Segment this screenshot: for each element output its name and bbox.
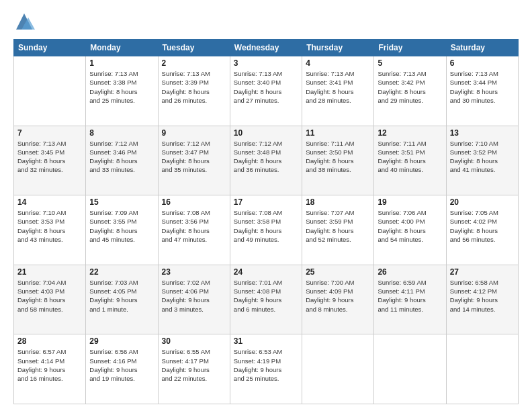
calendar-day-cell: 23Sunrise: 7:02 AMSunset: 4:06 PMDayligh… — [158, 265, 230, 334]
day-info: Sunrise: 7:10 AMSunset: 3:53 PMDaylight:… — [17, 208, 82, 244]
weekday-header-cell: Monday — [86, 40, 158, 56]
day-info: Sunrise: 7:05 AMSunset: 4:02 PMDaylight:… — [450, 208, 515, 244]
day-info: Sunrise: 7:01 AMSunset: 4:08 PMDaylight:… — [234, 278, 298, 314]
day-number: 12 — [378, 128, 442, 138]
day-info: Sunrise: 7:03 AMSunset: 4:05 PMDaylight:… — [89, 278, 154, 314]
calendar-day-cell: 22Sunrise: 7:03 AMSunset: 4:05 PMDayligh… — [86, 265, 158, 334]
calendar-day-cell: 13Sunrise: 7:10 AMSunset: 3:52 PMDayligh… — [446, 126, 518, 195]
day-number: 17 — [234, 197, 298, 207]
calendar-day-cell: 10Sunrise: 7:12 AMSunset: 3:48 PMDayligh… — [230, 126, 302, 195]
calendar-day-cell: 8Sunrise: 7:12 AMSunset: 3:46 PMDaylight… — [86, 126, 158, 195]
day-number: 2 — [162, 58, 226, 68]
day-info: Sunrise: 6:53 AMSunset: 4:19 PMDaylight:… — [234, 347, 298, 383]
calendar-day-cell: 19Sunrise: 7:06 AMSunset: 4:00 PMDayligh… — [374, 195, 446, 265]
calendar-day-cell — [14, 56, 86, 126]
calendar-day-cell: 21Sunrise: 7:04 AMSunset: 4:03 PMDayligh… — [14, 265, 86, 334]
day-number: 10 — [234, 128, 298, 138]
day-info: Sunrise: 7:13 AMSunset: 3:39 PMDaylight:… — [162, 69, 226, 105]
calendar-day-cell: 9Sunrise: 7:12 AMSunset: 3:47 PMDaylight… — [158, 126, 230, 195]
day-info: Sunrise: 7:08 AMSunset: 3:56 PMDaylight:… — [162, 208, 226, 244]
day-number: 31 — [234, 336, 298, 346]
calendar-day-cell: 7Sunrise: 7:13 AMSunset: 3:45 PMDaylight… — [14, 126, 86, 195]
day-number: 29 — [89, 336, 154, 346]
calendar-day-cell: 16Sunrise: 7:08 AMSunset: 3:56 PMDayligh… — [158, 195, 230, 265]
day-number: 23 — [162, 267, 226, 277]
day-info: Sunrise: 7:12 AMSunset: 3:47 PMDaylight:… — [162, 139, 226, 175]
weekday-header-row: SundayMondayTuesdayWednesdayThursdayFrid… — [14, 40, 519, 56]
day-info: Sunrise: 7:13 AMSunset: 3:41 PMDaylight:… — [306, 69, 370, 105]
day-info: Sunrise: 7:12 AMSunset: 3:48 PMDaylight:… — [234, 139, 298, 175]
calendar-day-cell: 1Sunrise: 7:13 AMSunset: 3:38 PMDaylight… — [86, 56, 158, 126]
calendar-week-row: 1Sunrise: 7:13 AMSunset: 3:38 PMDaylight… — [14, 56, 519, 126]
day-number: 24 — [234, 267, 298, 277]
calendar-day-cell: 2Sunrise: 7:13 AMSunset: 3:39 PMDaylight… — [158, 56, 230, 126]
day-info: Sunrise: 6:57 AMSunset: 4:14 PMDaylight:… — [17, 347, 82, 383]
day-number: 18 — [306, 197, 370, 207]
calendar-day-cell — [446, 334, 518, 404]
day-info: Sunrise: 7:06 AMSunset: 4:00 PMDaylight:… — [378, 208, 442, 244]
day-info: Sunrise: 7:04 AMSunset: 4:03 PMDaylight:… — [17, 278, 82, 314]
day-number: 3 — [234, 58, 298, 68]
calendar-day-cell: 30Sunrise: 6:55 AMSunset: 4:17 PMDayligh… — [158, 334, 230, 404]
day-info: Sunrise: 6:59 AMSunset: 4:11 PMDaylight:… — [378, 278, 442, 314]
calendar-week-row: 7Sunrise: 7:13 AMSunset: 3:45 PMDaylight… — [14, 126, 519, 195]
day-number: 22 — [89, 267, 154, 277]
calendar-day-cell: 17Sunrise: 7:08 AMSunset: 3:58 PMDayligh… — [230, 195, 302, 265]
day-number: 6 — [450, 58, 515, 68]
day-info: Sunrise: 7:00 AMSunset: 4:09 PMDaylight:… — [306, 278, 370, 314]
calendar-day-cell: 5Sunrise: 7:13 AMSunset: 3:42 PMDaylight… — [374, 56, 446, 126]
calendar-day-cell: 24Sunrise: 7:01 AMSunset: 4:08 PMDayligh… — [230, 265, 302, 334]
calendar-day-cell: 15Sunrise: 7:09 AMSunset: 3:55 PMDayligh… — [86, 195, 158, 265]
day-info: Sunrise: 7:11 AMSunset: 3:50 PMDaylight:… — [306, 139, 370, 175]
weekday-header-cell: Saturday — [446, 40, 518, 56]
calendar-table: SundayMondayTuesdayWednesdayThursdayFrid… — [13, 39, 519, 404]
calendar-day-cell: 11Sunrise: 7:11 AMSunset: 3:50 PMDayligh… — [302, 126, 374, 195]
calendar-day-cell — [302, 334, 374, 404]
day-info: Sunrise: 6:58 AMSunset: 4:12 PMDaylight:… — [450, 278, 515, 314]
day-number: 4 — [306, 58, 370, 68]
day-info: Sunrise: 7:08 AMSunset: 3:58 PMDaylight:… — [234, 208, 298, 244]
day-info: Sunrise: 7:13 AMSunset: 3:42 PMDaylight:… — [378, 69, 442, 105]
calendar-day-cell: 27Sunrise: 6:58 AMSunset: 4:12 PMDayligh… — [446, 265, 518, 334]
day-number: 1 — [89, 58, 154, 68]
day-number: 26 — [378, 267, 442, 277]
day-number: 5 — [378, 58, 442, 68]
day-info: Sunrise: 7:10 AMSunset: 3:52 PMDaylight:… — [450, 139, 515, 175]
calendar-day-cell: 31Sunrise: 6:53 AMSunset: 4:19 PMDayligh… — [230, 334, 302, 404]
day-info: Sunrise: 7:07 AMSunset: 3:59 PMDaylight:… — [306, 208, 370, 244]
day-number: 16 — [162, 197, 226, 207]
day-number: 28 — [17, 336, 82, 346]
day-number: 13 — [450, 128, 515, 138]
day-info: Sunrise: 7:13 AMSunset: 3:45 PMDaylight:… — [17, 139, 82, 175]
logo — [13, 11, 38, 32]
calendar-day-cell: 20Sunrise: 7:05 AMSunset: 4:02 PMDayligh… — [446, 195, 518, 265]
calendar-week-row: 14Sunrise: 7:10 AMSunset: 3:53 PMDayligh… — [14, 195, 519, 265]
day-number: 7 — [17, 128, 82, 138]
day-number: 27 — [450, 267, 515, 277]
day-number: 8 — [89, 128, 154, 138]
day-info: Sunrise: 7:02 AMSunset: 4:06 PMDaylight:… — [162, 278, 226, 314]
day-number: 11 — [306, 128, 370, 138]
day-number: 21 — [17, 267, 82, 277]
calendar-week-row: 28Sunrise: 6:57 AMSunset: 4:14 PMDayligh… — [14, 334, 519, 404]
day-number: 19 — [378, 197, 442, 207]
day-info: Sunrise: 6:56 AMSunset: 4:16 PMDaylight:… — [89, 347, 154, 383]
calendar-day-cell — [374, 334, 446, 404]
weekday-header-cell: Sunday — [14, 40, 86, 56]
day-number: 20 — [450, 197, 515, 207]
calendar-day-cell: 26Sunrise: 6:59 AMSunset: 4:11 PMDayligh… — [374, 265, 446, 334]
weekday-header-cell: Thursday — [302, 40, 374, 56]
weekday-header-cell: Tuesday — [158, 40, 230, 56]
day-number: 14 — [17, 197, 82, 207]
calendar-day-cell: 4Sunrise: 7:13 AMSunset: 3:41 PMDaylight… — [302, 56, 374, 126]
calendar-day-cell: 29Sunrise: 6:56 AMSunset: 4:16 PMDayligh… — [86, 334, 158, 404]
calendar-day-cell: 25Sunrise: 7:00 AMSunset: 4:09 PMDayligh… — [302, 265, 374, 334]
calendar-day-cell: 18Sunrise: 7:07 AMSunset: 3:59 PMDayligh… — [302, 195, 374, 265]
calendar-day-cell: 6Sunrise: 7:13 AMSunset: 3:44 PMDaylight… — [446, 56, 518, 126]
day-info: Sunrise: 7:09 AMSunset: 3:55 PMDaylight:… — [89, 208, 154, 244]
calendar-day-cell: 14Sunrise: 7:10 AMSunset: 3:53 PMDayligh… — [14, 195, 86, 265]
day-number: 30 — [162, 336, 226, 346]
day-info: Sunrise: 7:12 AMSunset: 3:46 PMDaylight:… — [89, 139, 154, 175]
calendar-day-cell: 3Sunrise: 7:13 AMSunset: 3:40 PMDaylight… — [230, 56, 302, 126]
day-number: 25 — [306, 267, 370, 277]
